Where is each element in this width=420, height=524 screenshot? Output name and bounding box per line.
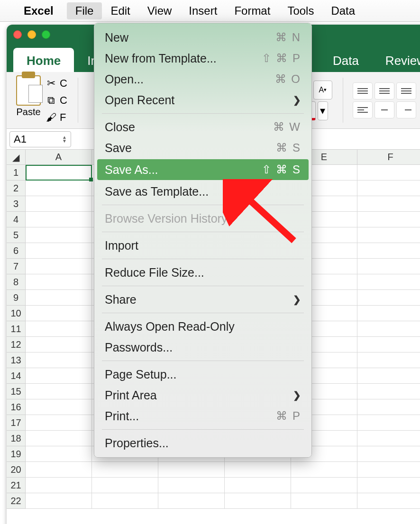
stepper-icon[interactable]: ▲▼ <box>62 136 67 143</box>
menu-item-open[interactable]: Open...⌘ O <box>94 69 311 90</box>
cell[interactable] <box>26 321 92 337</box>
menu-item-open-recent[interactable]: Open Recent❯ <box>94 90 311 110</box>
cell[interactable] <box>26 259 92 274</box>
paste-button[interactable]: Paste <box>16 75 41 117</box>
row-header[interactable]: 20 <box>7 462 26 478</box>
row-header[interactable]: 17 <box>7 415 26 431</box>
cell[interactable] <box>26 352 92 368</box>
cell[interactable] <box>357 306 420 321</box>
menubar-item-view[interactable]: View <box>139 2 181 19</box>
cell[interactable] <box>291 462 357 478</box>
cell[interactable] <box>357 290 420 306</box>
cell[interactable] <box>26 337 92 352</box>
menu-item-import[interactable]: Import <box>94 235 311 256</box>
row-header[interactable]: 10 <box>7 306 26 321</box>
cell[interactable] <box>26 478 92 493</box>
cell[interactable] <box>357 165 420 181</box>
menu-item-new[interactable]: New⌘ N <box>94 27 311 48</box>
cell[interactable] <box>26 196 92 212</box>
cell[interactable] <box>26 431 92 446</box>
cell[interactable] <box>26 368 92 384</box>
row-header[interactable]: 9 <box>7 290 26 306</box>
menu-item-passwords[interactable]: Passwords... <box>94 337 311 358</box>
cell[interactable] <box>26 446 92 462</box>
cell[interactable] <box>357 212 420 227</box>
cell[interactable] <box>26 212 92 227</box>
cell[interactable] <box>92 478 158 493</box>
cell[interactable] <box>357 399 420 415</box>
menubar-item-tools[interactable]: Tools <box>279 2 322 19</box>
row-header[interactable]: 22 <box>7 493 26 509</box>
cell[interactable] <box>357 462 420 478</box>
cell[interactable] <box>26 165 92 181</box>
row-header[interactable]: 15 <box>7 384 26 399</box>
menubar-item-edit[interactable]: Edit <box>102 2 138 19</box>
cell[interactable] <box>26 290 92 306</box>
menu-item-print[interactable]: Print...⌘ P <box>94 406 311 426</box>
cell[interactable] <box>357 384 420 399</box>
cell[interactable] <box>26 399 92 415</box>
cell[interactable] <box>92 462 158 478</box>
cell[interactable] <box>357 478 420 493</box>
row-header[interactable]: 21 <box>7 478 26 493</box>
align-left-button[interactable] <box>353 101 373 118</box>
menu-item-save[interactable]: Save⌘ S <box>94 137 311 158</box>
cell[interactable] <box>357 243 420 259</box>
cell[interactable] <box>26 227 92 243</box>
row-header[interactable]: 8 <box>7 274 26 290</box>
menubar-item-insert[interactable]: Insert <box>180 2 226 19</box>
row-header[interactable]: 4 <box>7 212 26 227</box>
menu-item-new-from-template[interactable]: New from Template...⇧ ⌘ P <box>94 48 311 69</box>
menu-item-close[interactable]: Close⌘ W <box>94 117 311 137</box>
cell[interactable] <box>357 227 420 243</box>
row-header[interactable]: 5 <box>7 227 26 243</box>
minimize-window-icon[interactable] <box>27 30 36 39</box>
cell[interactable] <box>26 415 92 431</box>
row-header[interactable]: 14 <box>7 368 26 384</box>
menubar-item-file[interactable]: File <box>67 2 102 19</box>
cell[interactable] <box>26 384 92 399</box>
menu-item-page-setup[interactable]: Page Setup... <box>94 364 311 385</box>
menu-item-properties[interactable]: Properties... <box>94 433 311 453</box>
cell[interactable] <box>26 462 92 478</box>
cell[interactable] <box>357 274 420 290</box>
cell[interactable] <box>357 352 420 368</box>
cell[interactable] <box>291 493 357 509</box>
tab-data[interactable]: Data <box>320 48 372 72</box>
name-box[interactable]: A1 ▲▼ <box>9 131 71 147</box>
align-top-button[interactable] <box>353 82 373 99</box>
cell[interactable] <box>357 368 420 384</box>
font-color-dropdown[interactable]: ▾ <box>318 101 328 120</box>
select-all-corner[interactable]: ◢ <box>7 150 26 165</box>
cell[interactable] <box>357 337 420 352</box>
cell[interactable] <box>357 493 420 509</box>
align-right-button[interactable] <box>396 101 416 118</box>
menu-item-print-area[interactable]: Print Area❯ <box>94 385 311 406</box>
tab-home[interactable]: Home <box>13 48 74 72</box>
close-window-icon[interactable] <box>13 30 22 39</box>
column-header[interactable]: A <box>26 150 92 165</box>
row-header[interactable]: 19 <box>7 446 26 462</box>
row-header[interactable]: 1 <box>7 165 26 181</box>
cell[interactable] <box>225 493 291 509</box>
row-header[interactable]: 7 <box>7 259 26 274</box>
format-painter-button[interactable]: 🖌 F <box>45 109 68 126</box>
row-header[interactable]: 11 <box>7 321 26 337</box>
align-center-button[interactable] <box>374 101 394 118</box>
menu-item-always-open-read-only[interactable]: Always Open Read-Only <box>94 316 311 337</box>
cell[interactable] <box>225 462 291 478</box>
cell[interactable] <box>26 243 92 259</box>
row-header[interactable]: 16 <box>7 399 26 415</box>
cell[interactable] <box>225 478 291 493</box>
menu-item-reduce-file-size[interactable]: Reduce File Size... <box>94 262 311 283</box>
cell[interactable] <box>26 493 92 509</box>
align-middle-button[interactable] <box>374 82 394 99</box>
copy-button[interactable]: ⧉ C <box>45 92 68 108</box>
menu-item-share[interactable]: Share❯ <box>94 289 311 310</box>
tab-review[interactable]: Review <box>372 48 420 72</box>
cell[interactable] <box>357 181 420 196</box>
row-header[interactable]: 6 <box>7 243 26 259</box>
menubar-item-data[interactable]: Data <box>322 2 364 19</box>
cell[interactable] <box>26 181 92 196</box>
cell[interactable] <box>26 274 92 290</box>
